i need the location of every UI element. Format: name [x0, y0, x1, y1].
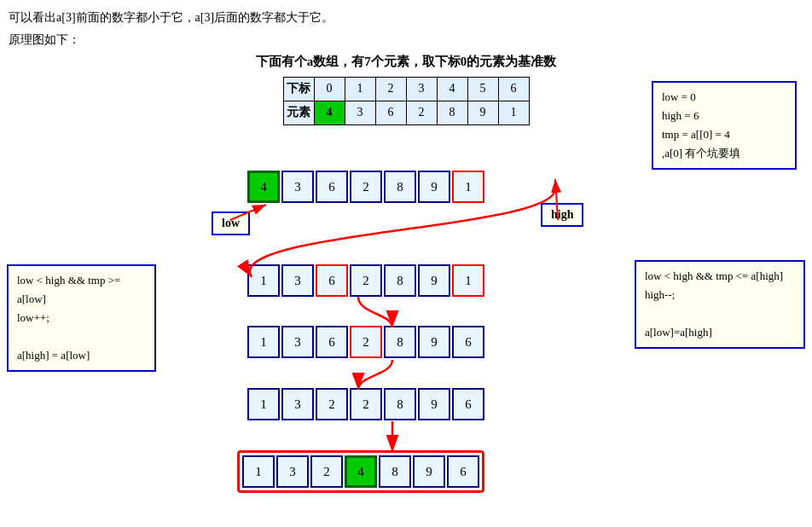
top-text-2: 原理图如下： [9, 31, 803, 49]
row5-cell-5: 9 [413, 455, 445, 488]
info-line-4: ,a[0] 有个坑要填 [662, 147, 740, 159]
table-cell-6: 1 [498, 101, 529, 125]
row4-cell-6: 6 [452, 388, 484, 420]
row1-cell-2: 6 [316, 171, 348, 203]
info-box-low-condition: low < high && tmp >= a[low] low++; a[hig… [7, 264, 156, 372]
table-cell-1: 3 [345, 101, 375, 125]
row2-cell-5: 9 [418, 264, 450, 297]
low-cond-2: low++; [17, 311, 49, 324]
array-table: 下标 0 1 2 3 4 5 6 元素 4 3 6 2 8 9 1 [283, 77, 530, 125]
array-row-2: 1 3 6 2 8 9 1 [247, 264, 484, 297]
row1-cell-3: 2 [350, 171, 382, 203]
table-cell-0: 4 [314, 101, 345, 125]
table-element-label: 元素 [283, 101, 314, 125]
low-cond-1: low < high && tmp >= a[low] [17, 274, 120, 305]
table-cell-5: 9 [467, 101, 498, 125]
high-label: high [541, 203, 583, 227]
row3-cell-4: 8 [384, 326, 416, 358]
row5-cell-0: 1 [242, 455, 275, 488]
row3-cell-2: 6 [316, 326, 348, 358]
table-header-6: 6 [498, 77, 529, 101]
row2-cell-6: 1 [452, 264, 484, 297]
top-text-1: 可以看出a[3]前面的数字都小于它，a[3]后面的数字都大于它。 [9, 9, 803, 27]
info-line-2: high = 6 [662, 109, 699, 122]
row3-cell-6: 6 [452, 326, 484, 358]
table-header-5: 5 [467, 77, 498, 101]
row4-cell-1: 3 [281, 388, 314, 420]
row2-cell-2: 6 [316, 264, 348, 297]
row4-cell-0: 1 [247, 388, 280, 420]
info-box-high-condition: low < high && tmp <= a[high] high--; a[l… [635, 260, 805, 349]
row2-cell-4: 8 [384, 264, 416, 297]
row5-cell-3: 4 [345, 455, 377, 488]
table-header-label: 下标 [283, 77, 314, 101]
row1-cell-6: 1 [452, 171, 484, 203]
table-cell-2: 6 [375, 101, 406, 125]
array-row-5: 1 3 2 4 8 9 6 [237, 450, 484, 493]
row5-cell-2: 2 [310, 455, 343, 488]
array-row-3: 1 3 6 2 8 9 6 [247, 326, 484, 358]
table-header-1: 1 [345, 77, 375, 101]
info-line-3: tmp = a[[0] = 4 [662, 128, 730, 141]
row3-cell-0: 1 [247, 326, 280, 358]
table-cell-4: 8 [437, 101, 467, 125]
table-header-3: 3 [406, 77, 437, 101]
row5-cell-4: 8 [379, 455, 411, 488]
row3-cell-3: 2 [350, 326, 382, 358]
row2-cell-0: 1 [247, 264, 280, 297]
info-line-1: low = 0 [662, 90, 696, 103]
table-header-0: 0 [314, 77, 345, 101]
low-cond-3: a[high] = a[low] [17, 349, 90, 362]
row4-cell-4: 8 [384, 388, 416, 420]
array-row-4: 1 3 2 2 8 9 6 [247, 388, 484, 420]
row2-cell-3: 2 [350, 264, 382, 297]
row1-cell-0: 4 [247, 171, 280, 203]
row3-cell-5: 9 [418, 326, 450, 358]
row4-cell-3: 2 [350, 388, 382, 420]
row4-cell-5: 9 [418, 388, 450, 420]
row5-cell-6: 6 [447, 455, 479, 488]
high-cond-2: high--; [645, 288, 675, 301]
row1-cell-1: 3 [281, 171, 314, 203]
row1-cell-4: 8 [384, 171, 416, 203]
high-cond-3: a[low]=a[high] [645, 326, 712, 339]
table-header-4: 4 [437, 77, 467, 101]
row3-cell-1: 3 [281, 326, 314, 358]
row2-cell-1: 3 [281, 264, 314, 297]
info-box-initial: low = 0 high = 6 tmp = a[[0] = 4 ,a[0] 有… [652, 81, 797, 170]
row1-cell-5: 9 [418, 171, 450, 203]
center-title: 下面有个a数组，有7个元素，取下标0的元素为基准数 [9, 54, 803, 70]
low-label: low [212, 211, 250, 235]
array-row-1: 4 3 6 2 8 9 1 [247, 171, 484, 203]
row4-cell-2: 2 [316, 388, 348, 420]
row5-cell-1: 3 [276, 455, 309, 488]
high-cond-1: low < high && tmp <= a[high] [645, 269, 783, 282]
table-cell-3: 2 [406, 101, 437, 125]
table-header-2: 2 [375, 77, 406, 101]
